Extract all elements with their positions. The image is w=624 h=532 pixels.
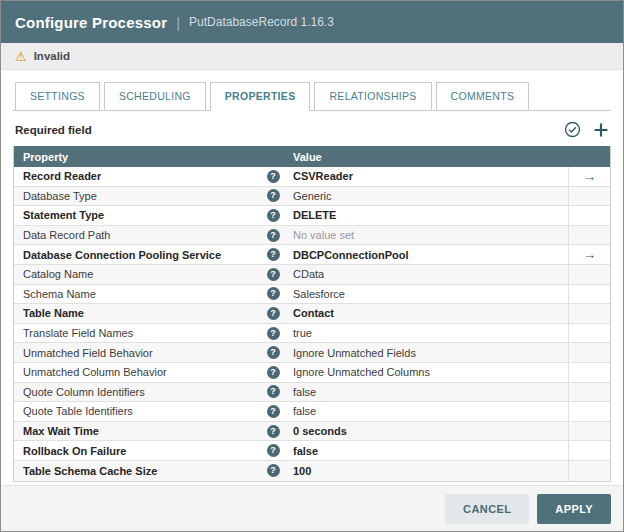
tab-properties[interactable]: PROPERTIES [210,82,311,111]
table-row[interactable]: Database Connection Pooling Service?DBCP… [14,245,610,265]
help-icon: ? [267,170,280,183]
table-row[interactable]: Database Type?Generic [14,187,610,207]
property-name: Translate Field Names [23,327,133,339]
property-value-cell[interactable]: Ignore Unmatched Fields [286,347,568,359]
properties-table: Property Value Record Reader?CSVReader→D… [13,146,611,482]
property-value-cell[interactable]: Ignore Unmatched Columns [286,366,568,378]
property-value: Contact [293,307,334,319]
property-name: Data Record Path [23,229,110,241]
table-row[interactable]: Statement Type?DELETE [14,206,610,226]
warning-triangle-icon: ⚠ [15,50,27,63]
help-icon: ? [267,268,280,281]
property-name: Max Wait Time [23,425,99,437]
property-value: false [293,445,318,457]
property-name: Statement Type [23,209,104,221]
table-row[interactable]: Rollback On Failure?false [14,441,610,461]
goto-service-arrow-icon[interactable]: → [583,248,596,261]
verify-properties-button[interactable] [564,121,581,138]
property-value-cell[interactable]: 100 [286,465,568,477]
plus-icon [593,122,609,138]
tabs: SETTINGSSCHEDULINGPROPERTIESRELATIONSHIP… [13,82,611,111]
help-icon: ? [267,385,280,398]
tab-comments[interactable]: COMMENTS [436,82,530,110]
property-name: Table Schema Cache Size [23,465,157,477]
property-value: false [293,405,316,417]
property-value-cell[interactable]: true [286,327,568,339]
property-value: 100 [293,465,311,477]
properties-toolbar: Required field [15,121,609,138]
add-property-button[interactable] [593,122,609,138]
check-circle-icon [564,121,581,138]
property-name: Quote Column Identifiers [23,386,145,398]
property-value-cell[interactable]: DBCPConnectionPool [286,249,568,261]
cancel-button[interactable]: CANCEL [445,494,529,524]
title-separator: | [176,14,180,31]
property-value: CSVReader [293,170,353,182]
property-name: Catalog Name [23,268,93,280]
property-name: Quote Table Identifiers [23,405,133,417]
property-value-cell[interactable]: false [286,405,568,417]
dialog-title: Configure Processor [15,14,167,31]
validation-status-label: Invalid [34,50,70,62]
table-row[interactable]: Quote Table Identifiers?false [14,402,610,422]
property-value-cell[interactable]: CData [286,268,568,280]
property-value: DBCPConnectionPool [293,249,409,261]
help-icon: ? [267,444,280,457]
properties-table-header: Property Value [14,146,610,167]
table-row[interactable]: Quote Column Identifiers?false [14,383,610,403]
property-value: Ignore Unmatched Fields [293,347,416,359]
goto-service-arrow-icon[interactable]: → [583,170,596,183]
dialog-footer: CANCEL APPLY [1,485,623,531]
table-row[interactable]: Table Schema Cache Size?100 [14,461,610,481]
property-value-cell[interactable]: DELETE [286,209,568,221]
help-icon: ? [267,464,280,477]
property-value-cell[interactable]: Salesforce [286,288,568,300]
property-value: DELETE [293,209,336,221]
dialog-content: SETTINGSSCHEDULINGPROPERTIESRELATIONSHIP… [1,70,623,485]
property-value: No value set [293,229,354,241]
table-row[interactable]: Max Wait Time?0 seconds [14,422,610,442]
table-row[interactable]: Table Name?Contact [14,304,610,324]
property-name: Schema Name [23,288,96,300]
help-icon: ? [267,307,280,320]
property-value-cell[interactable]: 0 seconds [286,425,568,437]
help-icon: ? [267,287,280,300]
table-row[interactable]: Unmatched Column Behavior?Ignore Unmatch… [14,363,610,383]
tab-relationships[interactable]: RELATIONSHIPS [314,82,431,110]
help-icon: ? [267,366,280,379]
property-value: CData [293,268,324,280]
property-value-cell[interactable]: false [286,445,568,457]
property-value: false [293,386,316,398]
property-value-cell[interactable]: Generic [286,190,568,202]
property-value-cell[interactable]: CSVReader [286,170,568,182]
property-name: Database Type [23,190,97,202]
property-value-cell[interactable]: No value set [286,229,568,241]
tab-scheduling[interactable]: SCHEDULING [104,82,206,110]
property-name: Table Name [23,307,84,319]
help-icon: ? [267,209,280,222]
property-value-cell[interactable]: false [286,386,568,398]
help-icon: ? [267,327,280,340]
table-row[interactable]: Record Reader?CSVReader→ [14,167,610,187]
value-column-header: Value [286,151,568,163]
help-icon: ? [267,425,280,438]
toolbar-icons [564,121,609,138]
help-icon: ? [267,248,280,261]
property-value: 0 seconds [293,425,347,437]
tab-settings[interactable]: SETTINGS [15,82,100,110]
table-row[interactable]: Unmatched Field Behavior?Ignore Unmatche… [14,343,610,363]
table-row[interactable]: Schema Name?Salesforce [14,285,610,305]
property-name: Unmatched Field Behavior [23,347,153,359]
table-row[interactable]: Data Record Path?No value set [14,226,610,246]
configure-processor-dialog: Configure Processor | PutDatabaseRecord … [0,0,624,532]
help-icon: ? [267,189,280,202]
property-value: Ignore Unmatched Columns [293,366,430,378]
property-column-header: Property [14,151,260,163]
table-row[interactable]: Translate Field Names?true [14,324,610,344]
table-row[interactable]: Catalog Name?CData [14,265,610,285]
property-value: Salesforce [293,288,345,300]
help-icon: ? [267,346,280,359]
property-value-cell[interactable]: Contact [286,307,568,319]
help-icon: ? [267,405,280,418]
apply-button[interactable]: APPLY [537,494,611,524]
